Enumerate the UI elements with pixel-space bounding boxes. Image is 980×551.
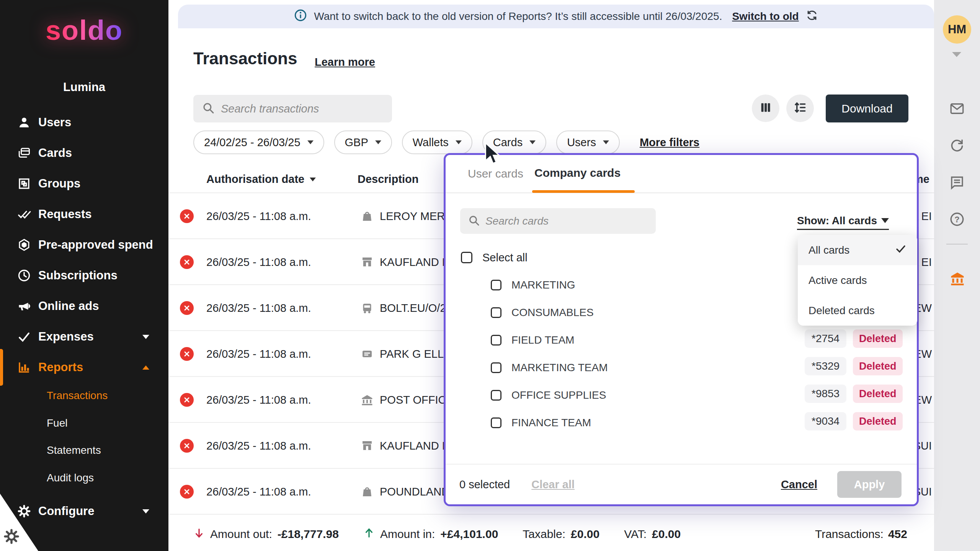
- declined-icon: [180, 347, 194, 361]
- more-filters-link[interactable]: More filters: [640, 136, 699, 149]
- learn-more-link[interactable]: Learn more: [315, 56, 375, 68]
- sidebar-subitem-transactions[interactable]: Transactions: [47, 384, 108, 407]
- authorisation-date: 26/03/25 - 11:08 a.m.: [206, 256, 311, 269]
- card-list-item[interactable]: MARKETING TEAM: [491, 357, 608, 378]
- car-icon: [360, 301, 374, 315]
- authorisation-date: 26/03/25 - 11:08 a.m.: [206, 394, 311, 406]
- chat-icon[interactable]: [949, 174, 965, 191]
- sidebar-item-groups[interactable]: Groups: [0, 168, 168, 199]
- amount-out-value: -£18,777.98: [278, 528, 339, 541]
- dropdown-option-all-cards[interactable]: All cards: [798, 235, 917, 265]
- search-cards[interactable]: [460, 208, 656, 234]
- dev-gear-icon[interactable]: [3, 528, 20, 546]
- chevron-down-icon: [881, 218, 889, 223]
- select-all-row[interactable]: Select all: [461, 247, 528, 268]
- card-list-item[interactable]: CONSUMABLES: [491, 302, 594, 323]
- sidebar-subitem-audit-logs[interactable]: Audit logs: [47, 466, 94, 489]
- sidebar-item-users[interactable]: Users: [0, 107, 168, 138]
- selected-count: 0 selected: [459, 478, 510, 491]
- cards-icon: [17, 146, 31, 160]
- download-button[interactable]: Download: [826, 95, 908, 122]
- info-icon: [294, 9, 307, 24]
- sidebar-subitem-fuel[interactable]: Fuel: [47, 412, 67, 435]
- chevron-down-icon[interactable]: [952, 52, 961, 57]
- sidebar-item-expenses[interactable]: Expenses: [0, 321, 168, 352]
- card-list-item[interactable]: MARKETING: [491, 274, 575, 296]
- row-density-icon: [793, 101, 807, 116]
- popup-tabs: User cards Company cards: [446, 155, 917, 193]
- search-icon: [468, 214, 480, 228]
- card-number-chip: *9034: [805, 412, 846, 430]
- card-list-item[interactable]: FINANCE TEAM: [491, 412, 591, 434]
- chevron-down-icon: [603, 140, 609, 144]
- card-checkbox[interactable]: [491, 390, 501, 401]
- transactions-count-value: 452: [888, 528, 907, 541]
- sidebar-item-subscriptions[interactable]: Subscriptions: [0, 260, 168, 291]
- switch-to-old-link[interactable]: Switch to old: [732, 10, 799, 23]
- search-transactions[interactable]: [193, 95, 392, 122]
- search-transactions-input[interactable]: [221, 103, 384, 115]
- mail-icon[interactable]: [949, 101, 965, 117]
- hexagon-icon: [17, 238, 31, 252]
- users-filter[interactable]: Users: [556, 130, 620, 154]
- bank-icon[interactable]: [949, 270, 965, 286]
- column-authorisation-date[interactable]: Authorisation date: [206, 173, 316, 186]
- check-icon: [895, 243, 906, 257]
- search-cards-input[interactable]: [485, 215, 648, 227]
- columns-button[interactable]: [752, 95, 779, 122]
- wallets-filter[interactable]: Wallets: [402, 130, 472, 154]
- clock-icon: [17, 268, 31, 283]
- date-range-filter[interactable]: 24/02/25 - 26/03/25: [193, 130, 324, 154]
- dropdown-option-deleted-cards[interactable]: Deleted cards: [798, 295, 917, 326]
- card-name: FIELD TEAM: [511, 334, 574, 346]
- card-checkbox[interactable]: [491, 280, 501, 290]
- apply-button[interactable]: Apply: [837, 471, 902, 498]
- refresh-icon[interactable]: [949, 137, 965, 153]
- sidebar-item-online-ads[interactable]: Online ads: [0, 291, 168, 321]
- clear-all-link[interactable]: Clear all: [531, 478, 575, 491]
- show-cards-selector[interactable]: Show: All cards: [797, 212, 889, 230]
- refresh-icon: [806, 9, 818, 24]
- sidebar-item-reports[interactable]: Reports: [0, 352, 168, 383]
- card-list-item[interactable]: OFFICE SUPPLIES: [491, 385, 606, 406]
- taxable-value: £0.00: [571, 528, 599, 541]
- tab-user-cards[interactable]: User cards: [468, 167, 523, 180]
- select-all-checkbox[interactable]: [461, 252, 472, 263]
- deleted-status-badge: Deleted: [853, 385, 903, 403]
- card-list-item[interactable]: FIELD TEAM: [491, 329, 574, 351]
- filter-bar: 24/02/25 - 26/03/25 GBP Wallets Cards Us…: [193, 130, 699, 154]
- soldo-logo: soldo: [0, 15, 168, 46]
- currency-filter[interactable]: GBP: [334, 130, 392, 154]
- check-icon: [17, 329, 31, 344]
- declined-icon: [180, 439, 194, 453]
- card-name: FINANCE TEAM: [511, 417, 591, 429]
- transactions-count: Transactions: 452: [815, 518, 907, 551]
- user-icon: [17, 115, 31, 130]
- summary-bar: Amount out: -£18,777.98 Amount in: +£4,1…: [193, 518, 697, 551]
- card-name: MARKETING TEAM: [511, 362, 608, 374]
- sidebar-item-configure[interactable]: Configure: [0, 496, 168, 527]
- card-name: OFFICE SUPPLIES: [511, 389, 606, 401]
- card-checkbox[interactable]: [491, 362, 501, 373]
- sidebar-subitem-statements[interactable]: Statements: [47, 439, 101, 462]
- card-number-chip: *5329: [805, 357, 846, 375]
- sidebar-item-requests[interactable]: Requests: [0, 199, 168, 230]
- chevron-up-icon: [142, 365, 149, 370]
- cards-filter[interactable]: Cards: [482, 130, 546, 154]
- dropdown-option-active-cards[interactable]: Active cards: [798, 265, 917, 295]
- deleted-status-badge: Deleted: [853, 412, 903, 430]
- sidebar-item-cards[interactable]: Cards: [0, 138, 168, 168]
- sidebar-item-pre-approved-spend[interactable]: Pre-approved spend: [0, 230, 168, 260]
- tab-company-cards[interactable]: Company cards: [534, 166, 621, 179]
- card-checkbox[interactable]: [491, 307, 501, 318]
- help-icon[interactable]: ?: [949, 211, 965, 227]
- cancel-link[interactable]: Cancel: [781, 478, 817, 491]
- megaphone-icon: [17, 299, 31, 313]
- active-tab-underline: [532, 190, 635, 193]
- bar-chart-icon: [17, 360, 31, 375]
- divider: [946, 244, 968, 245]
- card-checkbox[interactable]: [491, 417, 501, 428]
- avatar[interactable]: HM: [943, 15, 971, 44]
- row-density-button[interactable]: [786, 95, 814, 122]
- card-checkbox[interactable]: [491, 335, 501, 346]
